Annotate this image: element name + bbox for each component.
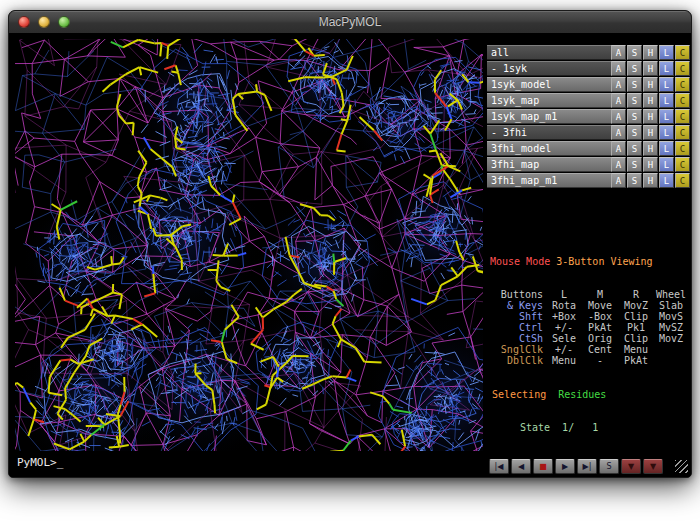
- state-toggle-button[interactable]: S: [599, 459, 619, 474]
- mouse-binding-cell: PkAt: [618, 355, 654, 366]
- color-menu-button[interactable]: C: [675, 77, 690, 92]
- mouse-matrix-row: & KeysRotaMoveMovZSlab: [490, 300, 691, 311]
- label-menu-button[interactable]: L: [659, 125, 674, 140]
- object-row-buttons: A S H L C: [611, 61, 691, 76]
- object-row-buttons: A S H L C: [611, 141, 691, 156]
- color-menu-button[interactable]: C: [675, 109, 690, 124]
- action-menu-button[interactable]: A: [611, 157, 626, 172]
- object-name-button[interactable]: 3fhi_map_m1: [487, 173, 611, 188]
- action-menu-button[interactable]: A: [611, 173, 626, 188]
- label-menu-button[interactable]: L: [659, 109, 674, 124]
- action-menu-button[interactable]: A: [611, 125, 626, 140]
- action-menu-button[interactable]: A: [611, 61, 626, 76]
- object-row: - 1syk A S H L C: [487, 61, 691, 76]
- action-menu-button[interactable]: A: [611, 93, 626, 108]
- go-to-end-button[interactable]: ▶|: [577, 459, 597, 474]
- mouse-binding-cell: MovZ: [618, 300, 654, 311]
- hide-menu-button[interactable]: H: [643, 109, 658, 124]
- object-name-button[interactable]: 3fhi_model: [487, 141, 611, 156]
- go-to-start-button[interactable]: |◀: [489, 459, 509, 474]
- resize-grip[interactable]: [675, 460, 688, 473]
- mouse-binding-cell: Clip: [618, 311, 654, 322]
- mouse-binding-cell: [654, 344, 688, 355]
- mouse-binding-cell: M: [582, 289, 618, 300]
- label-menu-button[interactable]: L: [659, 45, 674, 60]
- 3d-viewport[interactable]: PyMOL>_: [9, 33, 487, 477]
- selecting-value[interactable]: Residues: [558, 389, 606, 400]
- label-menu-button[interactable]: L: [659, 93, 674, 108]
- hide-menu-button[interactable]: H: [643, 77, 658, 92]
- show-menu-button[interactable]: S: [627, 45, 642, 60]
- window-title: MacPyMOL: [9, 15, 691, 29]
- object-name-button[interactable]: 1syk_model: [487, 77, 611, 92]
- hide-menu-button[interactable]: H: [643, 93, 658, 108]
- hide-menu-button[interactable]: H: [643, 157, 658, 172]
- color-menu-button[interactable]: C: [675, 173, 690, 188]
- color-menu-button[interactable]: C: [675, 93, 690, 108]
- mouse-mode-label[interactable]: Mouse Mode: [490, 256, 550, 267]
- hide-menu-button[interactable]: H: [643, 61, 658, 76]
- object-name-button[interactable]: 3fhi_map: [487, 157, 611, 172]
- color-menu-button[interactable]: C: [675, 61, 690, 76]
- mouse-binding-cell: Wheel: [654, 289, 688, 300]
- hide-menu-button[interactable]: H: [643, 125, 658, 140]
- object-row-buttons: A S H L C: [611, 77, 691, 92]
- object-name-button[interactable]: all: [487, 45, 611, 60]
- show-menu-button[interactable]: S: [627, 77, 642, 92]
- command-prompt[interactable]: PyMOL>_: [17, 456, 63, 469]
- mouse-binding-cell: Clip: [618, 333, 654, 344]
- scene-menu-button[interactable]: ▼: [621, 459, 641, 474]
- mouse-key-label: Ctrl: [490, 322, 546, 333]
- movie-menu-button[interactable]: ▼: [643, 459, 663, 474]
- action-menu-button[interactable]: A: [611, 45, 626, 60]
- mouse-binding-cell: +/-: [546, 322, 582, 333]
- object-row-buttons: A S H L C: [611, 109, 691, 124]
- mouse-binding-cell: -Box: [582, 311, 618, 322]
- label-menu-button[interactable]: L: [659, 173, 674, 188]
- mouse-mode-value[interactable]: 3-Button Viewing: [556, 256, 652, 267]
- show-menu-button[interactable]: S: [627, 93, 642, 108]
- show-menu-button[interactable]: S: [627, 125, 642, 140]
- action-menu-button[interactable]: A: [611, 141, 626, 156]
- object-row: 1syk_map A S H L C: [487, 93, 691, 108]
- object-name-button[interactable]: - 1syk: [487, 61, 611, 76]
- object-name-button[interactable]: 1syk_map: [487, 93, 611, 108]
- play-button[interactable]: ▶: [555, 459, 575, 474]
- selecting-label[interactable]: Selecting: [492, 389, 546, 400]
- color-menu-button[interactable]: C: [675, 157, 690, 172]
- stop-button[interactable]: ■: [533, 459, 553, 474]
- action-menu-button[interactable]: A: [611, 109, 626, 124]
- label-menu-button[interactable]: L: [659, 141, 674, 156]
- titlebar[interactable]: MacPyMOL: [9, 11, 691, 34]
- show-menu-button[interactable]: S: [627, 61, 642, 76]
- show-menu-button[interactable]: S: [627, 141, 642, 156]
- hide-menu-button[interactable]: H: [643, 141, 658, 156]
- object-row: 1syk_model A S H L C: [487, 77, 691, 92]
- macpymol-window: MacPyMOL PyMOL>_ all A S H L C - 1syk A …: [8, 10, 692, 478]
- action-menu-button[interactable]: A: [611, 77, 626, 92]
- desktop: MacPyMOL PyMOL>_ all A S H L C - 1syk A …: [0, 0, 700, 523]
- mouse-key-label: DblClk: [490, 355, 546, 366]
- show-menu-button[interactable]: S: [627, 109, 642, 124]
- show-menu-button[interactable]: S: [627, 157, 642, 172]
- color-menu-button[interactable]: C: [675, 125, 690, 140]
- color-menu-button[interactable]: C: [675, 45, 690, 60]
- hide-menu-button[interactable]: H: [643, 173, 658, 188]
- object-row: - 3fhi A S H L C: [487, 125, 691, 140]
- object-row-buttons: A S H L C: [611, 173, 691, 188]
- label-menu-button[interactable]: L: [659, 61, 674, 76]
- mouse-binding-cell: Orig: [582, 333, 618, 344]
- molecule-density-render[interactable]: [15, 39, 483, 451]
- show-menu-button[interactable]: S: [627, 173, 642, 188]
- label-menu-button[interactable]: L: [659, 77, 674, 92]
- step-backward-button[interactable]: ◀: [511, 459, 531, 474]
- label-menu-button[interactable]: L: [659, 157, 674, 172]
- mouse-matrix: ButtonsLMRWheel& KeysRotaMoveMovZSlabShf…: [490, 289, 691, 366]
- color-menu-button[interactable]: C: [675, 141, 690, 156]
- object-name-button[interactable]: - 3fhi: [487, 125, 611, 140]
- hide-menu-button[interactable]: H: [643, 45, 658, 60]
- object-name-button[interactable]: 1syk_map_m1: [487, 109, 611, 124]
- mouse-binding-cell: +Box: [546, 311, 582, 322]
- mouse-binding-cell: Menu: [618, 344, 654, 355]
- state-value: 1/ 1: [562, 422, 598, 433]
